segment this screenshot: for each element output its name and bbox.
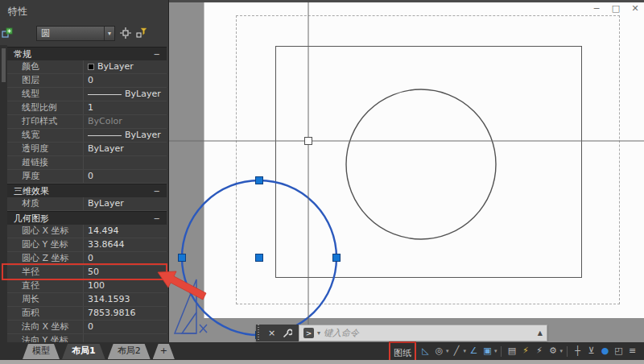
command-bar-drag-handle[interactable] [256, 325, 262, 341]
object-type-dropdown[interactable]: 圆 ▾ [36, 26, 115, 41]
close-button[interactable]: ✕ [630, 3, 641, 14]
osnap-tracking-icon[interactable]: ∠ [468, 344, 480, 358]
select-objects-button[interactable] [118, 25, 132, 41]
property-row[interactable]: 圆心 X 坐标14.494 [7, 225, 167, 238]
property-value-text: ByColor [88, 115, 122, 128]
grip-top[interactable] [256, 177, 263, 184]
property-label: 线型比例 [7, 101, 84, 114]
command-history-expand-icon[interactable]: ▲ [538, 329, 543, 337]
grip-center[interactable] [256, 254, 263, 262]
property-row[interactable]: 周长314.1593 [7, 293, 167, 307]
isolate-objects-icon[interactable]: ⊻ [585, 344, 597, 358]
linetype-line-icon [88, 94, 122, 95]
restore-button[interactable]: □ [610, 3, 621, 14]
property-value-text: ByLayer [125, 88, 161, 101]
property-row[interactable]: 图层0 [7, 74, 167, 88]
quick-select-button[interactable] [134, 25, 148, 41]
property-label: 面积 [7, 307, 84, 320]
chevron-down-icon[interactable]: ▾ [559, 348, 563, 354]
property-row[interactable]: 材质ByLayer [7, 197, 167, 211]
property-row[interactable]: 圆心 Y 坐标33.8644 [7, 238, 167, 252]
property-value: 0 [84, 170, 167, 183]
section-header: 几何图形− [7, 211, 167, 225]
property-row[interactable]: 颜色ByLayer [7, 60, 167, 74]
status-bar: 模型布局1布局2+ 图纸 ◺◎▾╱▾∠▣▾▤⚡⚡⚙▾┼⊻●◰≡ [0, 342, 644, 360]
chevron-down-icon[interactable]: ▾ [463, 348, 466, 354]
graphics-performance-icon-glyph: ● [599, 345, 611, 358]
collapse-button[interactable]: − [154, 50, 160, 59]
property-row[interactable]: 圆心 Z 坐标0 [7, 252, 167, 266]
property-value-text: 1 [88, 101, 93, 114]
property-value-text: 0 [88, 170, 93, 183]
chevron-down-icon[interactable]: ▾ [104, 27, 114, 40]
palette-scrollbar[interactable] [0, 45, 7, 342]
property-row[interactable]: 线型比例1 [7, 101, 167, 115]
annotation-visibility-icon[interactable]: ▤ [506, 344, 518, 358]
customize-wrench-icon[interactable] [282, 328, 292, 338]
property-value-text: 7853.9816 [88, 307, 136, 320]
collapse-button[interactable]: − [154, 214, 160, 223]
workspace-switching-icon[interactable]: ⚙▾ [547, 344, 563, 358]
property-row[interactable]: 超链接 [7, 156, 167, 170]
property-row[interactable]: 透明度ByLayer [7, 143, 167, 156]
snap-mode-icon[interactable]: ◎▾ [433, 344, 449, 358]
grip-group [179, 177, 341, 339]
quick-select-icon [136, 27, 147, 39]
layout-tab-布局2[interactable]: 布局2 [108, 344, 151, 359]
grip-left[interactable] [179, 254, 186, 262]
property-row[interactable]: 面积7853.9816 [7, 307, 167, 321]
property-row[interactable]: 厚度0 [7, 170, 167, 184]
layout-tab-模型[interactable]: 模型 [23, 344, 60, 359]
property-row[interactable]: 打印样式ByColor [7, 115, 167, 129]
color-swatch-icon [88, 64, 94, 70]
graphics-performance-icon[interactable]: ● [599, 344, 611, 358]
property-row[interactable]: 半径50 [7, 266, 167, 279]
property-label: 厚度 [7, 170, 84, 183]
drawing-area: ─ □ ✕ [169, 0, 644, 342]
crosshair-size-icon[interactable]: ┼ [572, 344, 584, 358]
property-row[interactable]: 直径100 [7, 279, 167, 293]
property-label: 颜色 [7, 60, 84, 73]
property-label: 圆心 X 坐标 [7, 225, 84, 238]
collapse-button[interactable]: − [154, 187, 160, 196]
recent-commands-icon[interactable]: ▾ [317, 329, 320, 337]
section-title: 三维效果 [14, 185, 49, 197]
palette-title: 特性 [0, 0, 168, 19]
new-layout-tab[interactable]: + [153, 344, 175, 359]
command-input-field[interactable]: > ▾ 键入命令 ▲ [299, 325, 547, 341]
chevron-down-icon[interactable]: ▾ [446, 348, 449, 354]
customization-menu-icon[interactable]: ≡ [626, 344, 638, 358]
separator [501, 346, 502, 357]
pickbox-cursor [305, 138, 312, 145]
property-value [84, 156, 167, 169]
toggle-pickadd-button[interactable] [0, 25, 14, 41]
layout-tab-布局1[interactable]: 布局1 [62, 344, 105, 359]
property-value: 0 [84, 74, 167, 87]
object-snap-icon[interactable]: ▣▾ [481, 344, 497, 358]
isometric-drafting-icon[interactable]: ◺ [419, 344, 431, 358]
chevron-down-icon[interactable]: ▾ [494, 348, 497, 354]
layout-tabs: 模型布局1布局2+ [23, 344, 175, 359]
property-row[interactable]: 线型ByLayer [7, 88, 167, 101]
circle-entity[interactable] [346, 89, 496, 239]
polar-tracking-icon[interactable]: ╱▾ [450, 344, 466, 358]
clean-screen-icon[interactable]: ◰ [613, 344, 625, 358]
properties-palette: 特性 圆 ▾ [0, 0, 169, 342]
grip-right[interactable] [333, 254, 341, 262]
command-close-icon[interactable]: × [268, 329, 275, 337]
minimize-button[interactable]: ─ [591, 3, 602, 14]
autoscale-icon[interactable]: ⚡ [519, 344, 531, 358]
property-value: 100 [84, 279, 167, 292]
command-prompt-icon[interactable]: > [303, 328, 314, 338]
statusbar-icons: ◺◎▾╱▾∠▣▾▤⚡⚡⚙▾┼⊻●◰≡ [419, 344, 639, 358]
paper-model-toggle[interactable]: 图纸 [390, 342, 415, 361]
annotation-visibility-icon-glyph: ▤ [506, 345, 518, 358]
property-row[interactable]: 线宽ByLayer [7, 129, 167, 143]
workspace-switching-icon-glyph: ⚙ [547, 345, 559, 358]
annotation-monitor-icon[interactable]: ⚡ [533, 344, 545, 358]
scrollbar-thumb[interactable] [2, 48, 6, 82]
property-value: ByLayer [84, 88, 167, 101]
property-value: 1 [84, 101, 167, 114]
property-row[interactable]: 法向 X 坐标0 [7, 321, 167, 334]
autoscale-icon-glyph: ⚡ [519, 345, 531, 358]
